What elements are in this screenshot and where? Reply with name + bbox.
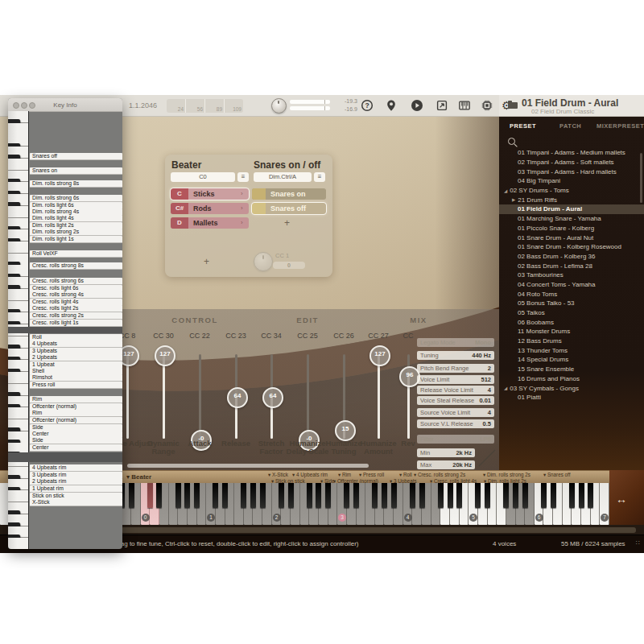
snares-add-button[interactable]: + bbox=[284, 217, 290, 229]
preset-item[interactable]: 04 Big Timpani bbox=[499, 176, 644, 186]
slider-handle[interactable]: 127 bbox=[369, 345, 390, 366]
piano-black-key[interactable] bbox=[307, 483, 312, 508]
piano-black-key[interactable] bbox=[522, 483, 528, 508]
preset-item[interactable]: 04 Roto Toms bbox=[499, 289, 644, 299]
preset-item[interactable]: 01 Snare Drum - Aural Nut bbox=[499, 233, 644, 242]
keyboard-icon[interactable] bbox=[458, 99, 471, 112]
piano-black-key[interactable] bbox=[288, 483, 294, 508]
keyswitch-tag[interactable]: ▾ X-Stick bbox=[268, 472, 288, 477]
piano-black-key[interactable] bbox=[579, 483, 584, 508]
piano-black-key[interactable] bbox=[475, 483, 481, 508]
piano-black-key[interactable] bbox=[147, 483, 153, 508]
preset-item[interactable]: 03 Timpani - Adams - Hard mallets bbox=[499, 167, 644, 176]
piano-black-key[interactable] bbox=[419, 483, 425, 508]
piano-black-key[interactable] bbox=[241, 483, 246, 508]
collapsed-arrow-icon[interactable]: ▶ bbox=[512, 197, 515, 202]
piano-black-key[interactable] bbox=[456, 483, 462, 508]
snares-option-on[interactable]: Snares on bbox=[252, 188, 326, 200]
preset-item[interactable]: 02 Bass Drum - Lefima 28 bbox=[499, 261, 644, 270]
key-info-window[interactable]: Key Info Snares offSnares on6Dim. rolls … bbox=[8, 98, 122, 549]
cpu-chip-icon[interactable] bbox=[481, 99, 493, 112]
piano-black-key[interactable] bbox=[513, 483, 518, 508]
preset-item[interactable]: 12 Bass Drums bbox=[499, 336, 644, 346]
instrument-title[interactable]: 01 Field Drum - Aural bbox=[522, 97, 618, 109]
piano-black-key[interactable] bbox=[316, 483, 321, 508]
piano-black-key[interactable] bbox=[391, 483, 397, 508]
piano-black-key[interactable] bbox=[194, 483, 200, 508]
preset-item[interactable]: ◢03 SY Cymbals - Gongs bbox=[499, 383, 644, 393]
keyswitch-tag[interactable]: ▾ Beater bbox=[126, 473, 151, 481]
preset-item[interactable]: 01 Timpani - Adams - Medium mallets bbox=[499, 148, 644, 158]
keyinfo-white-key[interactable] bbox=[8, 490, 28, 502]
resize-grip[interactable]: ∷ bbox=[636, 539, 640, 547]
setting-row[interactable]: Release Voice Limit4 bbox=[417, 386, 494, 394]
slider-handle[interactable]: 64 bbox=[262, 387, 283, 408]
layers-icon[interactable]: ≡ bbox=[314, 172, 325, 182]
preset-item[interactable]: 01 Piatti bbox=[499, 393, 644, 402]
slider-track[interactable] bbox=[378, 354, 380, 439]
setting-row[interactable]: Source V.L Release0.5 bbox=[417, 419, 494, 428]
piano-black-key[interactable] bbox=[213, 483, 218, 508]
preset-item[interactable]: 05 Taikos bbox=[499, 308, 644, 318]
piano-black-key[interactable] bbox=[222, 483, 228, 508]
setting-row[interactable]: Source Voice Limit4 bbox=[417, 408, 494, 417]
preset-item[interactable]: 01 Marching Snare - Yamaha bbox=[499, 214, 644, 224]
snares-controller-selector[interactable]: Dim.Ctrl/A bbox=[254, 172, 312, 182]
piano-black-key[interactable] bbox=[279, 483, 284, 508]
preset-item[interactable]: 11 Monster Drums bbox=[499, 327, 644, 336]
preset-item[interactable]: 01 Field Drum - Aural bbox=[499, 204, 644, 214]
preset-item[interactable]: 01 Piccolo Snare - Kolberg bbox=[499, 224, 644, 233]
piano-black-key[interactable] bbox=[551, 483, 556, 508]
piano-black-key[interactable] bbox=[448, 483, 453, 508]
keyinfo-white-key[interactable] bbox=[8, 242, 28, 254]
piano-black-key[interactable] bbox=[382, 483, 387, 508]
keyswitch-tag[interactable]: ▾ Dim. rolls strong 2s bbox=[483, 472, 530, 477]
tab-mixerpreset[interactable]: MIXERPRESET bbox=[597, 122, 644, 130]
keyinfo-white-key[interactable] bbox=[8, 123, 28, 135]
panel-scrollbar[interactable] bbox=[127, 464, 369, 468]
slider-track[interactable] bbox=[126, 354, 129, 439]
piano-black-key[interactable] bbox=[156, 483, 162, 508]
slider-handle[interactable]: 15 bbox=[335, 420, 356, 441]
keyswitch-tag[interactable]: ▾ 4 Upbeats rim bbox=[292, 472, 328, 477]
expand-icon[interactable] bbox=[436, 99, 448, 112]
piano-black-key[interactable] bbox=[250, 483, 256, 508]
piano-black-key[interactable] bbox=[325, 483, 331, 508]
snares-option-off[interactable]: Snares off bbox=[252, 203, 326, 214]
piano-black-key[interactable] bbox=[503, 483, 509, 508]
preset-item[interactable]: 06 Boobams bbox=[499, 317, 644, 327]
beater-option-rods[interactable]: C#Rods› bbox=[171, 203, 249, 214]
piano-black-key[interactable] bbox=[588, 483, 593, 508]
setting-row[interactable]: Voice Steal Release0.01 bbox=[417, 396, 494, 405]
keyswitch-tag[interactable]: ▾ Press roll bbox=[359, 472, 384, 477]
tab-patch[interactable]: PATCH bbox=[559, 122, 581, 130]
piano-black-key[interactable] bbox=[260, 483, 266, 508]
piano-black-key[interactable] bbox=[129, 483, 134, 508]
preset-list-scrollbar[interactable] bbox=[640, 153, 642, 203]
slider-track[interactable] bbox=[307, 354, 309, 439]
setting-row[interactable]: Voice Limit512 bbox=[417, 375, 494, 384]
piano-black-key[interactable] bbox=[353, 483, 359, 508]
bottom-scrollbar-handle[interactable] bbox=[121, 527, 636, 533]
filter-max-row[interactable]: Max 20k Hz bbox=[417, 460, 475, 469]
slider-track[interactable] bbox=[163, 354, 165, 439]
beater-option-sticks[interactable]: CSticks› bbox=[171, 188, 249, 200]
preset-item[interactable]: 15 Snare Ensemble bbox=[499, 365, 644, 374]
help-icon[interactable]: ? bbox=[361, 99, 374, 112]
preset-item[interactable]: 02 Timpani - Adams - Soft mallets bbox=[499, 158, 644, 167]
piano-black-key[interactable] bbox=[569, 483, 575, 508]
piano-black-key[interactable] bbox=[485, 483, 490, 508]
keyinfo-white-key[interactable] bbox=[8, 206, 28, 218]
master-volume-knob[interactable] bbox=[271, 98, 287, 114]
piano-black-key[interactable] bbox=[372, 483, 378, 508]
keyinfo-white-key[interactable] bbox=[8, 538, 28, 549]
slider-handle[interactable]: 64 bbox=[227, 387, 248, 408]
preset-item[interactable]: 14 Special Drums bbox=[499, 355, 644, 365]
slider-handle[interactable]: 127 bbox=[155, 345, 175, 366]
slider-track[interactable] bbox=[199, 354, 201, 439]
scroll-horizontal-icon[interactable]: ↔ bbox=[616, 493, 627, 506]
beater-key-selector[interactable]: C0 bbox=[171, 172, 235, 182]
preset-item[interactable]: 02 Bass Drum - Kolberg 36 bbox=[499, 252, 644, 262]
preset-item[interactable]: ◢02 SY Drums - Toms bbox=[499, 186, 644, 196]
setting-row[interactable]: Legato ModeMono bbox=[417, 338, 494, 347]
